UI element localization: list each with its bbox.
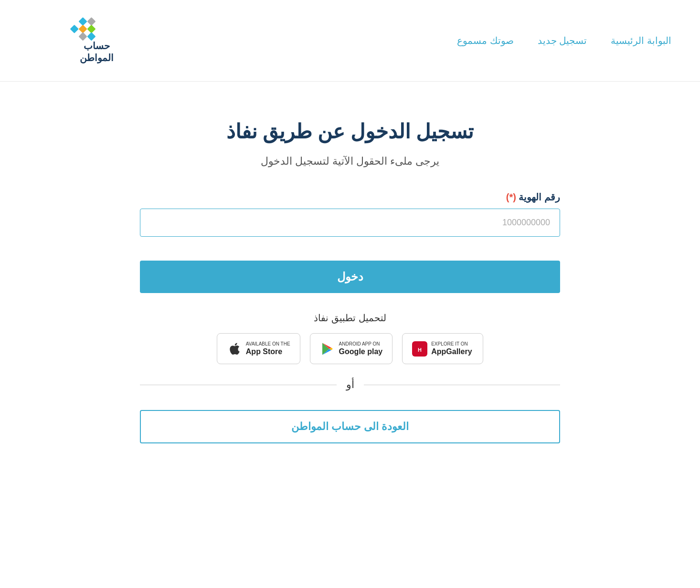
google-play-top: ANDROID APP ON: [339, 341, 383, 347]
apple-icon: [227, 341, 242, 357]
svg-text:H: H: [418, 347, 422, 353]
page-subtitle: يرجى ملىء الحقول الآتية لتسجيل الدخول: [140, 155, 560, 168]
app-gallery-top: EXPLORE IT ON: [431, 341, 472, 347]
app-store-badge[interactable]: Available on the App Store: [217, 333, 300, 364]
svg-text:حساب: حساب: [84, 41, 110, 51]
app-store-main: App Store: [246, 347, 290, 356]
app-gallery-badge[interactable]: H EXPLORE IT ON AppGallery: [402, 333, 483, 364]
svg-rect-5: [78, 32, 87, 41]
svg-rect-1: [87, 17, 95, 26]
back-button[interactable]: العودة الى حساب المواطن: [140, 410, 560, 443]
divider: أو: [140, 378, 560, 391]
nav-home[interactable]: البوابة الرئيسية: [611, 35, 671, 46]
google-play-badge[interactable]: ANDROID APP ON Google play: [310, 333, 393, 364]
login-button[interactable]: دخول: [140, 261, 560, 293]
download-label: لتحميل تطبيق نفاذ: [140, 312, 560, 324]
svg-rect-6: [87, 32, 95, 41]
id-input[interactable]: [140, 209, 560, 237]
nav: البوابة الرئيسية تسجيل جديد صوتك مسموع: [457, 35, 671, 46]
google-play-icon: [320, 341, 335, 357]
svg-rect-2: [70, 25, 79, 33]
svg-rect-4: [87, 25, 95, 33]
download-section: لتحميل تطبيق نفاذ Available on the App S…: [140, 312, 560, 364]
id-label: رقم الهوية (*): [140, 191, 560, 203]
divider-line-left: [140, 385, 337, 385]
app-badges: Available on the App Store ANDROID APP O…: [140, 333, 560, 364]
header: البوابة الرئيسية تسجيل جديد صوتك مسموع ح…: [0, 0, 700, 82]
logo-image: حساب المواطن: [29, 10, 124, 72]
required-marker: (*): [506, 192, 516, 202]
divider-line-right: [364, 385, 561, 385]
id-label-text: رقم الهوية: [519, 192, 560, 202]
svg-text:المواطن: المواطن: [80, 52, 114, 63]
svg-rect-0: [78, 17, 87, 26]
page-title: تسجيل الدخول عن طريق نفاذ: [140, 120, 560, 143]
nav-register[interactable]: تسجيل جديد: [538, 35, 587, 46]
nav-voice[interactable]: صوتك مسموع: [457, 35, 514, 46]
svg-rect-3: [78, 25, 87, 33]
huawei-icon: H: [412, 341, 427, 357]
logo: حساب المواطن: [29, 10, 124, 72]
main-content: تسجيل الدخول عن طريق نفاذ يرجى ملىء الحق…: [121, 120, 579, 443]
app-gallery-main: AppGallery: [431, 347, 472, 356]
app-store-top: Available on the: [246, 341, 290, 347]
google-play-main: Google play: [339, 347, 383, 356]
divider-text: أو: [346, 378, 354, 391]
app-gallery-text: EXPLORE IT ON AppGallery: [431, 341, 472, 356]
google-play-text: ANDROID APP ON Google play: [339, 341, 383, 356]
login-form: رقم الهوية (*): [140, 191, 560, 237]
app-store-text: Available on the App Store: [246, 341, 290, 356]
